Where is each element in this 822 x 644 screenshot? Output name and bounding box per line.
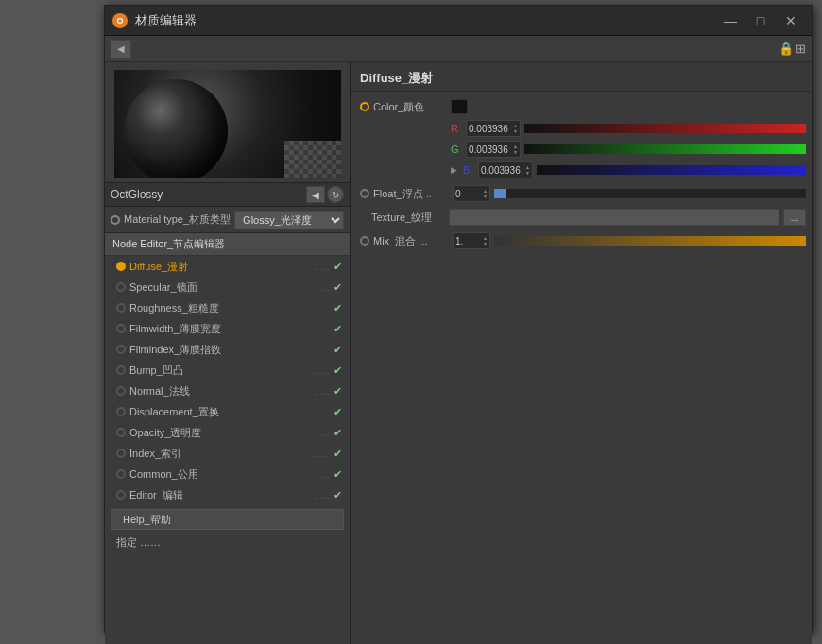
- color-radio[interactable]: [360, 102, 369, 111]
- float-radio[interactable]: [360, 189, 369, 198]
- back-button[interactable]: ◀: [111, 40, 131, 59]
- right-panel-header: Diffuse_漫射: [351, 62, 812, 92]
- float-slider-track[interactable]: [494, 189, 806, 198]
- menu-item-normal[interactable]: Normal_法线 ...... ✔: [105, 381, 350, 401]
- mix-value-spinner[interactable]: 1. ▲▼: [453, 232, 490, 249]
- common-radio: [116, 469, 126, 479]
- editor-dots: ......: [314, 490, 330, 500]
- help-item[interactable]: Help_帮助: [111, 509, 344, 530]
- menu-item-editor[interactable]: Editor_编辑 ...... ✔: [105, 484, 350, 505]
- displacement-check: ✔: [334, 406, 342, 418]
- opacity-radio: [116, 428, 126, 437]
- right-panel: Diffuse_漫射 Color_颜色 R 0.003936 ▲▼: [351, 62, 812, 644]
- color-swatch[interactable]: [451, 99, 468, 114]
- maximize-button[interactable]: □: [747, 11, 774, 30]
- expand-icon[interactable]: ⊞: [796, 42, 806, 56]
- displacement-label: Displacement_置换: [129, 405, 326, 419]
- mix-label: Mix_混合 ...: [373, 234, 449, 248]
- float-value: 0: [455, 189, 461, 199]
- roughness-check: ✔: [334, 302, 342, 314]
- material-type-row: Material type_材质类型 Glossy_光泽度: [105, 207, 350, 233]
- float-slider-fill: [494, 189, 506, 198]
- menu-item-diffuse[interactable]: Diffuse_漫射 ...... ✔: [105, 256, 350, 277]
- lock-icon: 🔒: [779, 42, 794, 56]
- index-check: ✔: [334, 448, 342, 460]
- filmindex-check: ✔: [334, 344, 342, 356]
- b-value-spinner[interactable]: 0.003936 ▲▼: [478, 161, 533, 178]
- diffuse-dots: ......: [314, 262, 330, 272]
- normal-radio: [116, 386, 126, 396]
- menu-item-displacement[interactable]: Displacement_置换 ✔: [105, 401, 350, 422]
- menu-item-bump[interactable]: Bump_凹凸 ....... ✔: [105, 360, 350, 381]
- title-bar: O 材质编辑器 — □ ✕: [105, 6, 812, 36]
- app-icon: O: [112, 13, 128, 28]
- g-slider-track[interactable]: [524, 144, 806, 154]
- normal-dots: ......: [314, 386, 330, 397]
- material-name: OctGlossy: [111, 188, 163, 201]
- diffuse-radio: [116, 262, 126, 271]
- menu-item-opacity[interactable]: Opacity_透明度 .... ✔: [105, 422, 350, 443]
- texture-input-field[interactable]: [449, 209, 779, 226]
- g-value-spinner[interactable]: 0.003936 ▲▼: [466, 141, 521, 158]
- menu-item-filmindex[interactable]: Filmindex_薄膜指数 ✔: [105, 339, 350, 360]
- diffuse-check: ✔: [334, 261, 342, 273]
- nav-back-button[interactable]: ◀: [306, 186, 325, 203]
- r-value-spinner[interactable]: 0.003936 ▲▼: [466, 120, 521, 137]
- float-row: Float_浮点 .. 0 ▲▼: [356, 183, 806, 204]
- window-title: 材质编辑器: [135, 12, 717, 29]
- g-label: G: [451, 144, 462, 155]
- checker-background: [284, 141, 341, 178]
- nav-arrows: ◀ ↻: [306, 186, 344, 203]
- menu-item-specular[interactable]: Specular_镜面 ..... ✔: [105, 277, 350, 297]
- material-type-select[interactable]: Glossy_光泽度: [234, 211, 344, 229]
- filmindex-label: Filmindex_薄膜指数: [129, 343, 326, 357]
- opacity-check: ✔: [334, 427, 342, 439]
- r-slider-track[interactable]: [524, 124, 806, 133]
- material-preview: [114, 70, 341, 178]
- index-label: Index_索引: [129, 447, 308, 461]
- float-label: Float_浮点 ..: [373, 187, 449, 201]
- r-value: 0.003936: [469, 124, 508, 134]
- bump-dots: .......: [312, 365, 330, 376]
- specular-label: Specular_镜面: [129, 280, 313, 295]
- g-value: 0.003936: [469, 144, 508, 155]
- material-type-label: Material type_材质类型: [124, 212, 231, 227]
- sphere-ball: [124, 79, 228, 178]
- material-type-radio[interactable]: [111, 215, 120, 225]
- b-toggle[interactable]: ▶: [451, 165, 457, 175]
- float-value-spinner[interactable]: 0 ▲▼: [453, 185, 490, 202]
- specular-check: ✔: [334, 281, 342, 294]
- displacement-radio: [116, 407, 126, 416]
- menu-item-common[interactable]: Common_公用 ..... ✔: [105, 464, 350, 484]
- roughness-label: Roughness_粗糙度: [129, 301, 326, 315]
- filmindex-radio: [116, 345, 126, 354]
- mix-spinner-arrows: ▲▼: [483, 235, 488, 246]
- filmwidth-check: ✔: [334, 323, 342, 335]
- assign-item[interactable]: 指定 ……: [105, 532, 350, 552]
- menu-item-index[interactable]: Index_索引 ....... ✔: [105, 443, 350, 464]
- bump-radio: [116, 365, 126, 375]
- toolbar-row: ◀ 🔒 ⊞: [105, 36, 812, 62]
- texture-browse-button[interactable]: ...: [783, 209, 806, 226]
- mix-radio[interactable]: [360, 236, 369, 246]
- opacity-label: Opacity_透明度: [129, 426, 316, 440]
- material-name-bar: OctGlossy ◀ ↻: [105, 182, 350, 207]
- float-spinner-arrows: ▲▼: [483, 188, 488, 199]
- editor-label: Editor_编辑: [129, 488, 310, 502]
- b-slider-track[interactable]: [537, 165, 806, 175]
- g-spinner-arrows: ▲▼: [513, 144, 518, 155]
- menu-item-roughness[interactable]: Roughness_粗糙度 ✔: [105, 297, 350, 318]
- minimize-button[interactable]: —: [717, 11, 744, 30]
- color-row: Color_颜色: [356, 95, 806, 118]
- menu-item-filmwidth[interactable]: Filmwidth_薄膜宽度 ✔: [105, 318, 350, 339]
- common-dots: .....: [317, 469, 330, 480]
- window-body: OctGlossy ◀ ↻ Material type_材质类型 Glossy_…: [105, 62, 812, 644]
- opacity-dots: ....: [319, 428, 330, 438]
- mix-value: 1.: [455, 236, 463, 246]
- close-button[interactable]: ✕: [778, 11, 804, 30]
- mix-slider-track[interactable]: [494, 236, 806, 246]
- menu-list: Diffuse_漫射 ...... ✔ Specular_镜面 ..... ✔ …: [105, 256, 350, 644]
- bump-check: ✔: [334, 364, 342, 377]
- r-spinner-arrows: ▲▼: [513, 123, 518, 134]
- nav-refresh-button[interactable]: ↻: [327, 186, 344, 203]
